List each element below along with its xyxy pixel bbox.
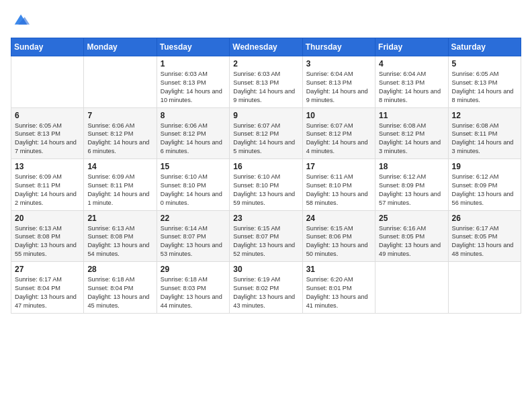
- cell-content: Sunrise: 6:17 AM Sunset: 8:04 PM Dayligh…: [15, 275, 80, 310]
- day-number: 11: [379, 111, 444, 120]
- cell-content: Sunrise: 6:17 AM Sunset: 8:05 PM Dayligh…: [452, 224, 517, 259]
- day-number: 9: [233, 111, 298, 120]
- day-header-saturday: Saturday: [448, 38, 521, 56]
- cell-content: Sunrise: 6:05 AM Sunset: 8:13 PM Dayligh…: [15, 122, 80, 156]
- calendar-cell: 9Sunrise: 6:07 AM Sunset: 8:12 PM Daylig…: [230, 107, 302, 159]
- day-header-monday: Monday: [84, 38, 157, 56]
- calendar-cell: 20Sunrise: 6:13 AM Sunset: 8:08 PM Dayli…: [11, 210, 84, 262]
- cell-content: Sunrise: 6:03 AM Sunset: 8:13 PM Dayligh…: [233, 70, 298, 105]
- cell-content: Sunrise: 6:09 AM Sunset: 8:11 PM Dayligh…: [87, 173, 152, 208]
- day-number: 3: [306, 59, 371, 68]
- calendar-cell: 7Sunrise: 6:06 AM Sunset: 8:12 PM Daylig…: [84, 107, 157, 159]
- day-number: 2: [233, 59, 298, 68]
- calendar-cell: 18Sunrise: 6:12 AM Sunset: 8:09 PM Dayli…: [375, 159, 448, 211]
- day-number: 27: [15, 265, 80, 274]
- day-number: 30: [233, 265, 298, 274]
- cell-content: Sunrise: 6:07 AM Sunset: 8:12 PM Dayligh…: [306, 122, 371, 156]
- cell-content: Sunrise: 6:18 AM Sunset: 8:03 PM Dayligh…: [161, 275, 226, 310]
- day-number: 29: [161, 265, 226, 274]
- day-header-wednesday: Wednesday: [230, 38, 302, 56]
- calendar-table: SundayMondayTuesdayWednesdayThursdayFrid…: [11, 38, 521, 314]
- day-number: 4: [379, 59, 444, 68]
- cell-content: Sunrise: 6:09 AM Sunset: 8:11 PM Dayligh…: [15, 173, 80, 208]
- cell-content: Sunrise: 6:06 AM Sunset: 8:12 PM Dayligh…: [87, 122, 152, 156]
- day-number: 19: [452, 162, 517, 171]
- cell-content: Sunrise: 6:16 AM Sunset: 8:05 PM Dayligh…: [379, 224, 444, 259]
- calendar-cell: 23Sunrise: 6:15 AM Sunset: 8:07 PM Dayli…: [230, 210, 302, 262]
- cell-content: Sunrise: 6:18 AM Sunset: 8:04 PM Dayligh…: [87, 275, 152, 310]
- cell-content: Sunrise: 6:08 AM Sunset: 8:12 PM Dayligh…: [379, 122, 444, 156]
- page-header: [11, 11, 521, 30]
- cell-content: Sunrise: 6:13 AM Sunset: 8:08 PM Dayligh…: [87, 224, 152, 259]
- calendar-cell: 15Sunrise: 6:10 AM Sunset: 8:10 PM Dayli…: [157, 159, 229, 211]
- day-number: 12: [452, 111, 517, 120]
- calendar-cell: 28Sunrise: 6:18 AM Sunset: 8:04 PM Dayli…: [84, 262, 157, 314]
- cell-content: Sunrise: 6:15 AM Sunset: 8:07 PM Dayligh…: [233, 224, 298, 259]
- cell-content: Sunrise: 6:10 AM Sunset: 8:10 PM Dayligh…: [233, 173, 298, 208]
- day-number: 17: [306, 162, 371, 171]
- cell-content: Sunrise: 6:07 AM Sunset: 8:12 PM Dayligh…: [233, 122, 298, 156]
- day-number: 1: [161, 59, 226, 68]
- cell-content: Sunrise: 6:04 AM Sunset: 8:13 PM Dayligh…: [306, 70, 371, 105]
- calendar-cell: [375, 262, 448, 314]
- calendar-cell: 30Sunrise: 6:19 AM Sunset: 8:02 PM Dayli…: [230, 262, 302, 314]
- day-number: 6: [15, 111, 80, 120]
- day-number: 28: [87, 265, 152, 274]
- cell-content: Sunrise: 6:11 AM Sunset: 8:10 PM Dayligh…: [306, 173, 371, 208]
- calendar-cell: [84, 56, 157, 108]
- day-number: 8: [161, 111, 226, 120]
- calendar-cell: 5Sunrise: 6:05 AM Sunset: 8:13 PM Daylig…: [448, 56, 521, 108]
- cell-content: Sunrise: 6:03 AM Sunset: 8:13 PM Dayligh…: [161, 70, 226, 105]
- calendar-cell: 26Sunrise: 6:17 AM Sunset: 8:05 PM Dayli…: [448, 210, 521, 262]
- logo: [11, 11, 31, 30]
- day-number: 5: [452, 59, 517, 68]
- calendar-cell: 10Sunrise: 6:07 AM Sunset: 8:12 PM Dayli…: [302, 107, 375, 159]
- cell-content: Sunrise: 6:14 AM Sunset: 8:07 PM Dayligh…: [161, 224, 226, 259]
- day-header-friday: Friday: [375, 38, 448, 56]
- calendar-cell: 16Sunrise: 6:10 AM Sunset: 8:10 PM Dayli…: [230, 159, 302, 211]
- calendar-cell: 1Sunrise: 6:03 AM Sunset: 8:13 PM Daylig…: [157, 56, 229, 108]
- calendar-cell: 8Sunrise: 6:06 AM Sunset: 8:12 PM Daylig…: [157, 107, 229, 159]
- cell-content: Sunrise: 6:08 AM Sunset: 8:11 PM Dayligh…: [452, 122, 517, 156]
- calendar-cell: 21Sunrise: 6:13 AM Sunset: 8:08 PM Dayli…: [84, 210, 157, 262]
- calendar-cell: 14Sunrise: 6:09 AM Sunset: 8:11 PM Dayli…: [84, 159, 157, 211]
- cell-content: Sunrise: 6:10 AM Sunset: 8:10 PM Dayligh…: [161, 173, 226, 208]
- cell-content: Sunrise: 6:19 AM Sunset: 8:02 PM Dayligh…: [233, 275, 298, 310]
- calendar-cell: 3Sunrise: 6:04 AM Sunset: 8:13 PM Daylig…: [302, 56, 375, 108]
- day-number: 25: [379, 214, 444, 223]
- week-row-1: 1Sunrise: 6:03 AM Sunset: 8:13 PM Daylig…: [11, 56, 521, 108]
- calendar-cell: 24Sunrise: 6:15 AM Sunset: 8:06 PM Dayli…: [302, 210, 375, 262]
- cell-content: Sunrise: 6:13 AM Sunset: 8:08 PM Dayligh…: [15, 224, 80, 259]
- day-header-thursday: Thursday: [302, 38, 375, 56]
- calendar-cell: 22Sunrise: 6:14 AM Sunset: 8:07 PM Dayli…: [157, 210, 229, 262]
- calendar-cell: 2Sunrise: 6:03 AM Sunset: 8:13 PM Daylig…: [230, 56, 302, 108]
- logo-icon: [12, 11, 31, 30]
- day-number: 20: [15, 214, 80, 223]
- cell-content: Sunrise: 6:04 AM Sunset: 8:13 PM Dayligh…: [379, 70, 444, 105]
- calendar-cell: [448, 262, 521, 314]
- day-number: 26: [452, 214, 517, 223]
- week-row-2: 6Sunrise: 6:05 AM Sunset: 8:13 PM Daylig…: [11, 107, 521, 159]
- day-number: 13: [15, 162, 80, 171]
- week-row-5: 27Sunrise: 6:17 AM Sunset: 8:04 PM Dayli…: [11, 262, 521, 314]
- calendar-cell: 19Sunrise: 6:12 AM Sunset: 8:09 PM Dayli…: [448, 159, 521, 211]
- day-number: 21: [87, 214, 152, 223]
- day-number: 15: [161, 162, 226, 171]
- cell-content: Sunrise: 6:05 AM Sunset: 8:13 PM Dayligh…: [452, 70, 517, 105]
- day-number: 14: [87, 162, 152, 171]
- day-number: 7: [87, 111, 152, 120]
- calendar-cell: 17Sunrise: 6:11 AM Sunset: 8:10 PM Dayli…: [302, 159, 375, 211]
- calendar-cell: 13Sunrise: 6:09 AM Sunset: 8:11 PM Dayli…: [11, 159, 84, 211]
- day-number: 10: [306, 111, 371, 120]
- cell-content: Sunrise: 6:12 AM Sunset: 8:09 PM Dayligh…: [452, 173, 517, 208]
- day-number: 22: [161, 214, 226, 223]
- calendar-cell: 31Sunrise: 6:20 AM Sunset: 8:01 PM Dayli…: [302, 262, 375, 314]
- cell-content: Sunrise: 6:06 AM Sunset: 8:12 PM Dayligh…: [161, 122, 226, 156]
- day-number: 31: [306, 265, 371, 274]
- calendar-cell: 29Sunrise: 6:18 AM Sunset: 8:03 PM Dayli…: [157, 262, 229, 314]
- calendar-cell: 25Sunrise: 6:16 AM Sunset: 8:05 PM Dayli…: [375, 210, 448, 262]
- calendar-cell: 4Sunrise: 6:04 AM Sunset: 8:13 PM Daylig…: [375, 56, 448, 108]
- calendar-cell: 12Sunrise: 6:08 AM Sunset: 8:11 PM Dayli…: [448, 107, 521, 159]
- day-number: 24: [306, 214, 371, 223]
- calendar-cell: 11Sunrise: 6:08 AM Sunset: 8:12 PM Dayli…: [375, 107, 448, 159]
